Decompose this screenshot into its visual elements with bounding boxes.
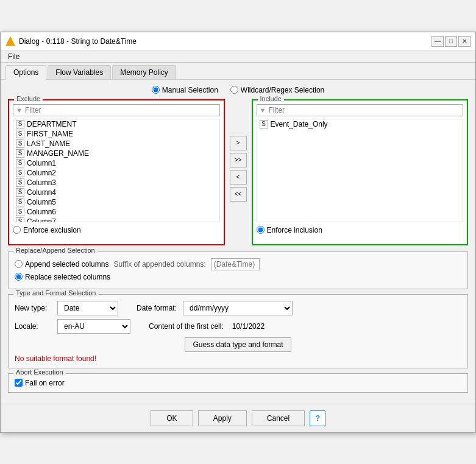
new-type-select[interactable]: Date Time DateTime	[57, 301, 118, 315]
guess-button[interactable]: Guess data type and format	[185, 337, 291, 352]
type-badge: S	[16, 139, 24, 148]
list-item[interactable]: SLAST_NAME	[13, 139, 219, 149]
tab-flow-variables[interactable]: Flow Variables	[48, 65, 111, 79]
type-badge: S	[16, 149, 24, 158]
locale-row: Locale: en-AU en-US en-GB Content of the…	[15, 319, 461, 334]
wildcard-radio-input[interactable]	[230, 86, 238, 94]
enforce-inclusion-radio[interactable]	[257, 226, 265, 234]
list-item[interactable]: SEvent_Date_Only	[257, 119, 463, 129]
minimize-button[interactable]: —	[432, 36, 444, 47]
selection-mode-row: Manual Selection Wildcard/Regex Selectio…	[8, 86, 468, 94]
main-content: Manual Selection Wildcard/Regex Selectio…	[1, 80, 475, 404]
list-item[interactable]: SColumn5	[13, 197, 219, 207]
move-right-all-button[interactable]: >>	[230, 153, 247, 167]
type-badge: S	[16, 198, 24, 206]
exclude-filter-row: ▼	[13, 104, 220, 116]
type-badge: S	[16, 188, 24, 197]
replace-radio-label[interactable]: Replace selected columns	[15, 273, 110, 281]
wildcard-selection-label: Wildcard/Regex Selection	[241, 86, 324, 94]
type-badge: S	[16, 130, 24, 138]
suffix-input[interactable]	[211, 258, 260, 270]
first-cell-label: Content of the first cell:	[149, 322, 224, 331]
replace-radio[interactable]	[15, 273, 23, 281]
append-radio-label[interactable]: Append selected columns	[15, 260, 108, 269]
title-bar: Dialog - 0:118 - String to Date&Time — □…	[1, 32, 475, 51]
apply-button[interactable]: Apply	[198, 410, 247, 426]
file-menu[interactable]: File	[5, 51, 22, 62]
include-filter-input[interactable]	[268, 106, 460, 114]
manual-radio-input[interactable]	[152, 86, 160, 94]
manual-selection-label: Manual Selection	[162, 86, 218, 94]
type-badge: S	[16, 169, 24, 177]
type-badge: S	[16, 217, 24, 222]
tab-memory-policy[interactable]: Memory Policy	[112, 65, 176, 79]
include-list[interactable]: SEvent_Date_Only	[257, 119, 464, 222]
list-item[interactable]: SColumn6	[13, 207, 219, 217]
list-item[interactable]: SColumn1	[13, 158, 219, 168]
type-badge: S	[16, 178, 24, 187]
enforce-inclusion-label: Enforce inclusion	[267, 226, 322, 234]
new-type-row: New type: Date Time DateTime Date format…	[15, 301, 461, 315]
fail-on-error-checkbox[interactable]	[15, 379, 23, 387]
exclude-filter-icon: ▼	[16, 107, 23, 114]
include-filter-icon: ▼	[260, 107, 266, 114]
date-format-select[interactable]: dd/mm/yyyy MM/dd/yyyy yyyy-MM-dd	[183, 301, 293, 315]
app-icon	[5, 37, 15, 46]
type-format-section: Type and Format Selection New type: Date…	[8, 294, 468, 368]
type-badge: S	[16, 159, 24, 167]
main-window: Dialog - 0:118 - String to Date&Time — □…	[0, 32, 476, 433]
cancel-button[interactable]: Cancel	[252, 410, 305, 426]
enforce-exclusion-label: Enforce exclusion	[23, 226, 81, 234]
title-bar-left: Dialog - 0:118 - String to Date&Time	[5, 37, 137, 46]
fail-on-error-label[interactable]: Fail on error	[15, 379, 461, 387]
list-item[interactable]: SMANAGER_NAME	[13, 149, 219, 158]
replace-append-title: Replace/Append Selection	[13, 247, 98, 254]
tab-bar: Options Flow Variables Memory Policy	[1, 63, 475, 80]
locale-select[interactable]: en-AU en-US en-GB	[57, 319, 130, 334]
append-radio[interactable]	[15, 260, 23, 268]
list-item[interactable]: SColumn3	[13, 178, 219, 188]
tab-options[interactable]: Options	[5, 65, 46, 80]
first-cell-value: 10/1/2022	[232, 322, 265, 331]
list-item[interactable]: SDEPARTMENT	[13, 119, 219, 129]
enforce-inclusion-row: Enforce inclusion	[257, 226, 464, 234]
include-filter-row: ▼	[257, 104, 464, 116]
columns-area: Exclude ▼ SDEPARTMENT SFIRST_NAME SLAST_…	[8, 99, 468, 245]
list-item[interactable]: SColumn4	[13, 188, 219, 197]
exclude-filter-input[interactable]	[25, 106, 217, 114]
help-button[interactable]: ?	[310, 410, 325, 426]
maximize-button[interactable]: □	[445, 36, 457, 47]
move-right-button[interactable]: >	[230, 136, 247, 150]
type-format-title: Type and Format Selection	[13, 289, 98, 297]
move-left-button[interactable]: <	[230, 170, 247, 185]
list-item[interactable]: SColumn7	[13, 217, 219, 222]
title-buttons: — □ ✕	[432, 36, 471, 47]
abort-section: Abort Execution Fail on error	[8, 373, 468, 393]
replace-label: Replace selected columns	[25, 273, 110, 281]
enforce-exclusion-radio[interactable]	[13, 226, 21, 234]
replace-row: Replace selected columns	[15, 273, 461, 281]
window-title: Dialog - 0:118 - String to Date&Time	[19, 37, 137, 46]
exclude-title: Exclude	[14, 95, 43, 102]
type-badge: S	[16, 120, 24, 128]
new-type-label: New type:	[15, 304, 51, 312]
close-button[interactable]: ✕	[458, 36, 471, 47]
suffix-label: Suffix of appended columns:	[113, 260, 205, 269]
include-title: Include	[258, 95, 284, 102]
exclude-list[interactable]: SDEPARTMENT SFIRST_NAME SLAST_NAME SMANA…	[13, 119, 220, 222]
date-format-label: Date format:	[137, 304, 177, 312]
arrow-buttons: > >> < <<	[230, 99, 247, 202]
list-item[interactable]: SColumn2	[13, 168, 219, 178]
list-item[interactable]: SFIRST_NAME	[13, 129, 219, 139]
exclude-box: Exclude ▼ SDEPARTMENT SFIRST_NAME SLAST_…	[8, 99, 225, 245]
ok-button[interactable]: OK	[151, 410, 193, 426]
enforce-exclusion-row: Enforce exclusion	[13, 226, 220, 234]
footer: OK Apply Cancel ?	[1, 404, 475, 432]
manual-selection-radio[interactable]: Manual Selection	[152, 86, 218, 94]
locale-label: Locale:	[15, 322, 51, 331]
move-left-all-button[interactable]: <<	[230, 187, 247, 202]
abort-title: Abort Execution	[13, 368, 66, 376]
menu-bar: File	[1, 51, 475, 63]
wildcard-selection-radio[interactable]: Wildcard/Regex Selection	[230, 86, 324, 94]
error-message: No suitable format found!	[15, 354, 461, 363]
